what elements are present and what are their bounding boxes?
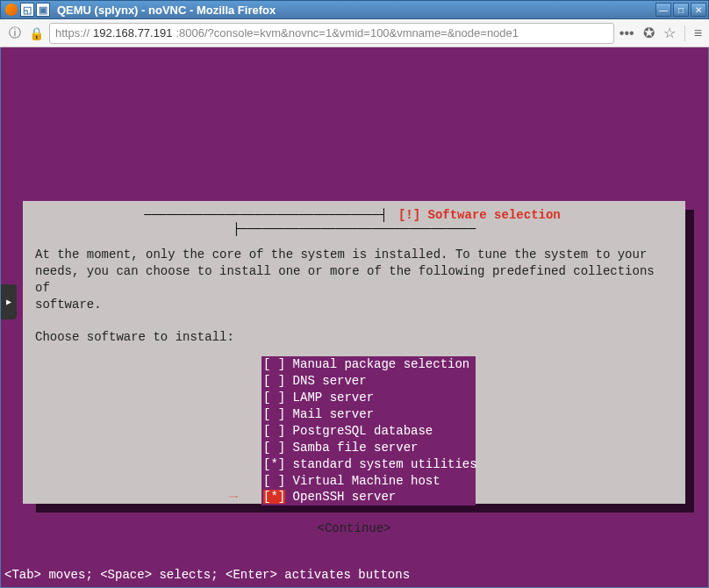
software-item[interactable]: [*] standard system utilities	[261, 456, 476, 473]
software-selection-dialog: ────────────────────────────────┤ [!] So…	[23, 201, 685, 504]
info-icon[interactable]: ⓘ	[7, 25, 23, 41]
url-host: 192.168.77.191	[93, 26, 172, 39]
checkbox-indicator: [ ]	[263, 407, 285, 421]
checkbox-indicator: [ ]	[263, 357, 285, 371]
checkbox-indicator: [ ]	[263, 374, 285, 388]
checkbox-indicator: [ ]	[263, 424, 285, 438]
software-item-label: Samba file server	[285, 441, 418, 455]
checkbox-indicator: [*]	[263, 457, 285, 471]
restore-down-icon[interactable]: ◱	[20, 3, 34, 17]
window-title: QEMU (splynx) - noVNC - Mozilla Firefox	[54, 4, 655, 17]
annotation-arrow-icon	[207, 496, 260, 498]
checkbox-indicator: [ ]	[263, 391, 285, 405]
checkbox-indicator: [ ]	[263, 441, 285, 455]
checkbox-indicator: [ ]	[263, 474, 285, 488]
software-list: [ ] Manual package selection[ ] DNS serv…	[261, 356, 673, 506]
window-controls: — □ ✕	[655, 3, 708, 17]
bookmark-icon[interactable]: ☆	[663, 25, 676, 41]
browser-addressbar: ⓘ 🔒 https://192.168.77.191:8006/?console…	[0, 19, 709, 47]
software-item-label: Manual package selection	[285, 357, 469, 371]
software-item-label: PostgreSQL database	[285, 424, 433, 438]
software-item[interactable]: [ ] Samba file server	[261, 440, 476, 456]
titlebar-left-icons: ◱ ▣	[1, 3, 54, 17]
software-item-label: OpenSSH server	[285, 490, 396, 504]
software-item[interactable]: [ ] Virtual Machine host	[261, 473, 476, 490]
url-scheme: https://	[55, 26, 90, 39]
vnc-viewport[interactable]: ▶ ────────────────────────────────┤ [!] …	[1, 47, 708, 587]
maximize-button[interactable]: □	[673, 3, 689, 17]
software-item[interactable]: [ ] PostgreSQL database	[261, 423, 476, 440]
url-input[interactable]: https://192.168.77.191:8006/?console=kvm…	[49, 23, 614, 44]
url-path: :8006/?console=kvm&novnc=1&vmid=100&vmna…	[175, 26, 519, 39]
addressbar-actions: ••• ✪ ☆ ≡	[619, 25, 702, 41]
menu-icon[interactable]: ≡	[684, 25, 702, 41]
software-item[interactable]: [ ] LAMP server	[261, 390, 476, 406]
svg-marker-1	[236, 497, 238, 498]
dialog-title: [!] Software selection	[395, 208, 564, 222]
software-item[interactable]: [ ] Mail server	[261, 406, 476, 423]
dialog-body-text: At the moment, only the core of the syst…	[35, 238, 673, 355]
checkbox-indicator: [*]	[263, 490, 285, 504]
software-item[interactable]: [ ] Manual package selection	[261, 356, 476, 373]
continue-button[interactable]: <Continue>	[35, 521, 673, 535]
software-item-label: DNS server	[285, 374, 366, 388]
software-item-label: Mail server	[285, 407, 374, 421]
minimize-button[interactable]: —	[655, 3, 671, 17]
software-item-label: standard system utilities	[285, 457, 476, 471]
lock-warning-icon[interactable]: 🔒	[28, 25, 44, 41]
dialog-title-row: ────────────────────────────────┤ [!] So…	[35, 208, 673, 236]
reader-icon[interactable]: ✪	[643, 25, 655, 41]
maximize-icon[interactable]: ▣	[36, 3, 50, 17]
firefox-icon	[4, 3, 18, 17]
close-button[interactable]: ✕	[691, 3, 706, 17]
software-item-label: LAMP server	[285, 391, 374, 405]
more-icon[interactable]: •••	[619, 25, 634, 41]
keyboard-hint: <Tab> moves; <Space> selects; <Enter> ac…	[4, 568, 410, 582]
software-item[interactable]: [*] OpenSSH server	[261, 489, 476, 506]
software-item-label: Virtual Machine host	[285, 474, 440, 488]
novnc-panel-tab[interactable]: ▶	[1, 284, 17, 319]
window-titlebar: ◱ ▣ QEMU (splynx) - noVNC - Mozilla Fire…	[0, 0, 709, 19]
software-item[interactable]: [ ] DNS server	[261, 373, 476, 390]
